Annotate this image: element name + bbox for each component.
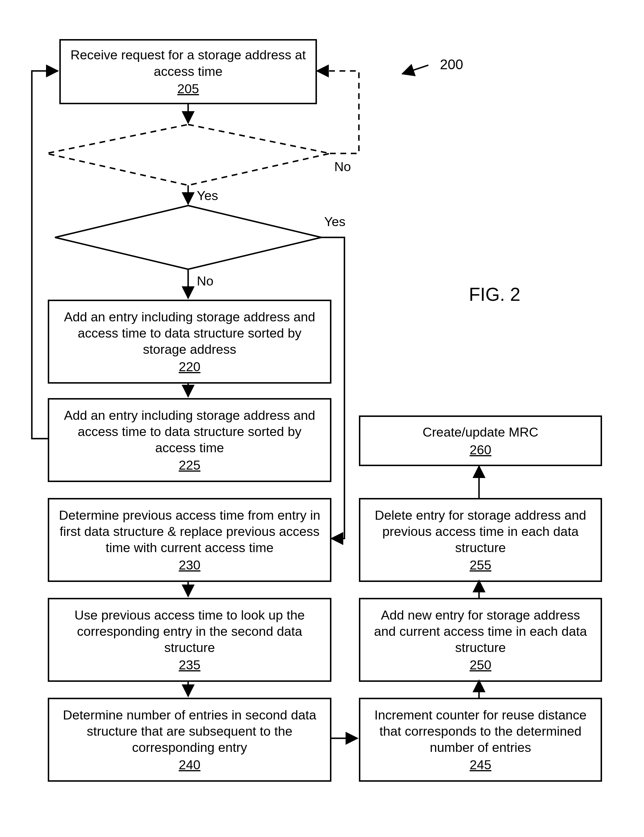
- figure-ref-200: 200: [440, 56, 463, 72]
- node-220: Add an entry including storage address a…: [48, 300, 331, 384]
- node-255-ref: 255: [469, 558, 491, 573]
- node-210-label: Is storage address tracked? 210: [110, 132, 266, 181]
- node-240: Determine number of entries in second da…: [48, 698, 331, 782]
- node-255-text: Delete entry for storage address and pre…: [361, 507, 601, 556]
- node-225-text: Add an entry including storage address a…: [49, 407, 330, 456]
- node-215-ref: 215: [177, 248, 199, 262]
- node-230-ref: 230: [179, 558, 200, 573]
- svg-line-0: [402, 65, 428, 74]
- node-225: Add an entry including storage address a…: [48, 398, 331, 482]
- node-235: Use previous access time to look up the …: [48, 598, 331, 682]
- node-245: Increment counter for reuse distance tha…: [359, 698, 602, 782]
- figure-label: FIG. 2: [469, 284, 520, 305]
- node-260-text: Create/update MRC: [414, 424, 547, 440]
- node-260-ref: 260: [469, 442, 491, 458]
- node-240-ref: 240: [179, 757, 200, 773]
- node-205: Receive request for a storage address at…: [59, 39, 317, 104]
- node-210-ref: 210: [177, 165, 199, 180]
- node-205-ref: 205: [177, 81, 199, 97]
- node-215-label: Storage address in first data structure?…: [84, 214, 292, 263]
- node-250-ref: 250: [469, 658, 491, 673]
- node-210-text: Is storage address tracked?: [110, 132, 266, 164]
- node-230-text: Determine previous access time from entr…: [49, 507, 330, 556]
- node-235-text: Use previous access time to look up the …: [49, 607, 330, 656]
- node-225-ref: 225: [179, 458, 200, 473]
- node-250-text: Add new entry for storage address and cu…: [361, 607, 601, 656]
- flowchart-canvas: FIG. 2 200 Receive request for a storage…: [0, 0, 644, 837]
- node-215-text: Storage address in first data structure?: [84, 214, 292, 247]
- edge-215-yes: Yes: [324, 214, 345, 229]
- node-255: Delete entry for storage address and pre…: [359, 498, 602, 582]
- edge-210-yes: Yes: [197, 188, 218, 203]
- node-230: Determine previous access time from entr…: [48, 498, 331, 582]
- node-245-text: Increment counter for reuse distance tha…: [361, 707, 601, 756]
- node-220-ref: 220: [179, 359, 200, 374]
- edge-210-no: No: [334, 159, 351, 174]
- node-260: Create/update MRC 260: [359, 415, 602, 466]
- node-245-ref: 245: [469, 757, 491, 773]
- edge-215-no: No: [197, 274, 214, 289]
- node-205-text: Receive request for a storage address at…: [61, 47, 316, 80]
- node-240-text: Determine number of entries in second da…: [49, 707, 330, 756]
- node-250: Add new entry for storage address and cu…: [359, 598, 602, 682]
- node-220-text: Add an entry including storage address a…: [49, 309, 330, 358]
- node-235-ref: 235: [179, 658, 200, 673]
